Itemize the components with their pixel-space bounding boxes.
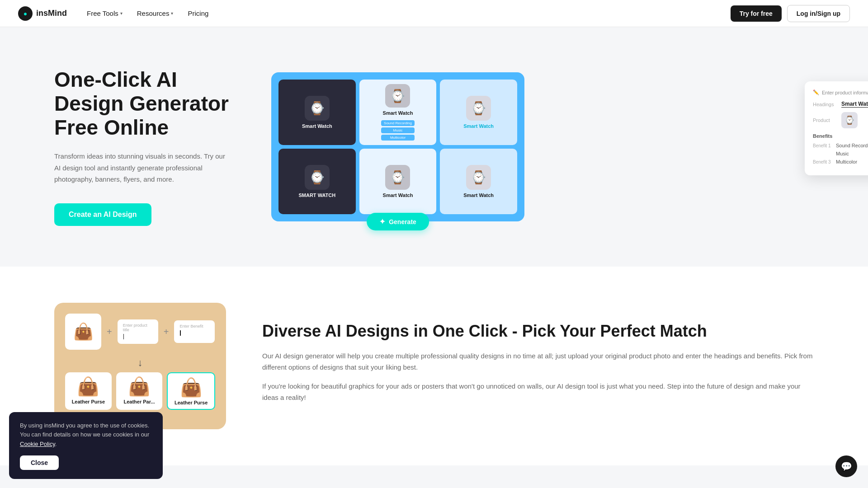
tag-1: Sound Recording xyxy=(381,120,415,126)
heading-value: Smart Watch xyxy=(841,101,868,108)
watch-cell-5: ⌚ Smart Watch xyxy=(359,149,437,214)
cell-tags: Sound Recording Music Multicolor xyxy=(381,120,415,141)
chat-icon: 💬 xyxy=(841,461,852,465)
benefit-input[interactable]: Enter Benefit xyxy=(174,320,215,343)
chevron-down-icon: ▾ xyxy=(120,11,123,16)
nav-free-tools[interactable]: Free Tools ▾ xyxy=(81,6,128,21)
section2-visual: 👜 + Enter product title + Enter Benefit … xyxy=(54,303,226,429)
watch-icon-2: ⌚ xyxy=(385,84,410,108)
nav-pricing[interactable]: Pricing xyxy=(182,6,214,21)
cookie-policy-link[interactable]: Cookie Policy xyxy=(20,441,55,447)
hero-section: One-Click AI Design Generator Free Onlin… xyxy=(0,27,868,267)
tag-2: Music xyxy=(381,127,415,133)
generate-button[interactable]: ✦ Generate xyxy=(367,213,429,230)
result-label-3: Leather Purse xyxy=(171,400,211,405)
hero-text: One-Click AI Design Generator Free Onlin… xyxy=(54,68,244,225)
product-info-panel: ✏️ Enter product information Headings Sm… xyxy=(805,81,868,175)
watch-label-1: Smart Watch xyxy=(302,123,332,129)
demo-row1: 👜 + Enter product title + Enter Benefit xyxy=(65,314,215,350)
watch-cell-4: ⌚ SMART WATCH xyxy=(278,149,356,214)
nav-right: Try for free Log in/Sign up xyxy=(731,5,850,22)
panel-heading-row: Headings Smart Watch xyxy=(813,101,868,108)
panel-product-row: Product ⌚ xyxy=(813,112,868,128)
nav-links: Free Tools ▾ Resources ▾ Pricing xyxy=(81,6,214,21)
watch-icon-3: ⌚ xyxy=(466,96,491,121)
watch-cell-2: ⌚ Smart Watch Sound Recording Music Mult… xyxy=(359,80,437,145)
cookie-close-button[interactable]: Close xyxy=(20,455,59,465)
benefit-2-row: Music xyxy=(813,151,868,156)
section2-desc2: If you're looking for beautiful graphics… xyxy=(262,380,814,404)
watch-cell-6: ⌚ Smart Watch xyxy=(440,149,517,214)
leather-demo: 👜 + Enter product title + Enter Benefit … xyxy=(54,303,226,429)
watch-cell-1: ⌚ Smart Watch xyxy=(278,80,356,145)
hero-title: One-Click AI Design Generator Free Onlin… xyxy=(54,68,244,140)
bag-thumbnail: 👜 xyxy=(65,314,101,350)
input-label1: Enter product title xyxy=(123,323,153,332)
demo-row2: 👜 Leather Purse 👜 Leather Par... 👜 Leath… xyxy=(65,372,215,410)
product-label: Product xyxy=(813,117,838,123)
benefit-1-row: Benefit 1 Sound Recording xyxy=(813,143,868,148)
benefit-3-row: Benefit 3 Multicolor xyxy=(813,159,868,164)
logo-icon xyxy=(18,6,33,21)
bag-icon-2: 👜 xyxy=(120,376,159,397)
result-label-2: Leather Par... xyxy=(120,399,159,404)
navbar: insMind Free Tools ▾ Resources ▾ Pricing… xyxy=(0,0,868,27)
watch-label-5: Smart Watch xyxy=(383,192,413,198)
bag-icon-3: 👜 xyxy=(171,377,211,398)
cookie-text: By using insMind you agree to the use of… xyxy=(20,421,152,449)
logo[interactable]: insMind xyxy=(18,6,67,21)
plus-icon: + xyxy=(107,327,112,337)
leather-result-3[interactable]: 👜 Leather Purse xyxy=(167,372,215,410)
section2-text: Diverse AI Designs in One Click - Pick Y… xyxy=(262,321,814,410)
nav-resources[interactable]: Resources ▾ xyxy=(132,6,179,21)
watch-label-2: Smart Watch xyxy=(383,110,413,116)
result-label-1: Leather Purse xyxy=(69,399,108,404)
try-for-free-button[interactable]: Try for free xyxy=(731,5,782,22)
watch-cell-3: ⌚ Smart Watch xyxy=(440,80,517,145)
hero-visual: ⌚ Smart Watch ⌚ Smart Watch Sound Record… xyxy=(271,72,814,221)
cursor xyxy=(123,334,153,340)
bag-icon-1: 👜 xyxy=(69,376,108,397)
hero-description: Transform ideas into stunning visuals in… xyxy=(54,150,226,185)
tag-3: Multicolor xyxy=(381,135,415,141)
watch-grid: ⌚ Smart Watch ⌚ Smart Watch Sound Record… xyxy=(271,72,524,221)
watch-label-4: SMART WATCH xyxy=(298,192,335,198)
edit-icon: ✏️ xyxy=(813,89,819,95)
watch-label-6: Smart Watch xyxy=(463,192,494,198)
cursor2 xyxy=(179,330,209,337)
cookie-banner: By using insMind you agree to the use of… xyxy=(9,412,163,465)
create-ai-design-button[interactable]: Create an AI Design xyxy=(54,203,151,226)
sparkle-icon: ✦ xyxy=(379,217,385,226)
product-thumbnail: ⌚ xyxy=(841,112,858,128)
plus-icon-2: + xyxy=(164,327,169,337)
watch-icon-4: ⌚ xyxy=(305,165,330,190)
heading-label: Headings xyxy=(813,102,838,107)
input-label2: Enter Benefit xyxy=(179,324,209,328)
leather-result-2: 👜 Leather Par... xyxy=(116,372,163,410)
watch-icon-1: ⌚ xyxy=(305,96,330,121)
section2-title: Diverse AI Designs in One Click - Pick Y… xyxy=(262,321,814,341)
watch-icon-6: ⌚ xyxy=(466,165,491,190)
leather-result-1: 👜 Leather Purse xyxy=(65,372,112,410)
brand-name: insMind xyxy=(36,9,67,18)
watch-label-3: Smart Watch xyxy=(463,123,494,129)
benefits-section-label: Benefits xyxy=(813,133,832,139)
product-title-input[interactable]: Enter product title xyxy=(118,319,158,344)
panel-title: ✏️ Enter product information xyxy=(813,89,868,95)
watch-icon-5: ⌚ xyxy=(385,165,410,190)
chevron-down-icon: ▾ xyxy=(171,11,173,16)
section2-desc1: Our AI design generator will help you cr… xyxy=(262,350,814,373)
login-signup-button[interactable]: Log in/Sign up xyxy=(787,5,850,22)
